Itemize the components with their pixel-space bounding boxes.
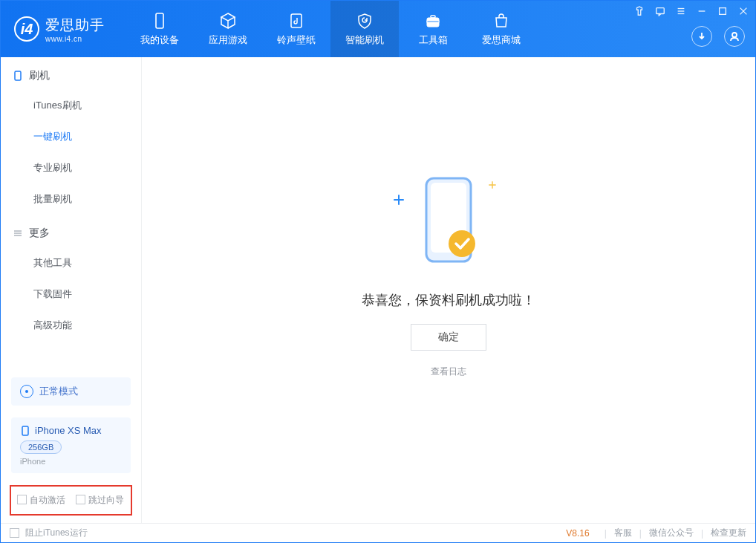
maximize-button[interactable] xyxy=(717,5,729,17)
svg-rect-0 xyxy=(156,13,163,28)
download-button[interactable] xyxy=(691,26,712,47)
tab-toolbox[interactable]: 工具箱 xyxy=(399,1,467,57)
feedback-icon[interactable] xyxy=(654,5,666,17)
confirm-button[interactable]: 确定 xyxy=(411,324,486,351)
nav-tabs: 我的设备 应用游戏 铃声壁纸 智能刷机 工具箱 xyxy=(126,1,535,57)
svg-rect-14 xyxy=(15,71,21,80)
svg-rect-3 xyxy=(431,16,435,18)
device-type: iPhone xyxy=(20,457,122,466)
checkbox-icon[interactable] xyxy=(76,495,85,504)
main-panel: 恭喜您，保资料刷机成功啦！ 确定 查看日志 xyxy=(142,57,755,523)
sidebar-item-itunes-flash[interactable]: iTunes刷机 xyxy=(1,90,141,121)
phone-small-icon xyxy=(20,426,30,436)
tab-apps[interactable]: 应用游戏 xyxy=(194,1,262,57)
svg-rect-18 xyxy=(22,426,28,435)
tab-label: 智能刷机 xyxy=(345,33,384,47)
music-note-icon xyxy=(287,11,306,30)
header-right-icons xyxy=(691,26,745,47)
cube-icon xyxy=(218,11,238,30)
sidebar-item-download-firmware[interactable]: 下载固件 xyxy=(1,279,141,310)
support-link[interactable]: 客服 xyxy=(614,527,632,539)
device-icon xyxy=(13,71,23,81)
menu-icon[interactable] xyxy=(675,5,687,17)
sidebar-item-pro-flash[interactable]: 专业刷机 xyxy=(1,152,141,183)
section-title-label: 刷机 xyxy=(29,69,50,82)
svg-point-21 xyxy=(449,230,475,257)
device-name: iPhone XS Max xyxy=(35,425,102,436)
wechat-link[interactable]: 微信公众号 xyxy=(649,527,694,539)
success-message: 恭喜您，保资料刷机成功啦！ xyxy=(362,291,535,309)
sparkle-icon xyxy=(394,195,404,205)
mode-label: 正常模式 xyxy=(39,385,78,398)
logo-icon: i4 xyxy=(14,16,39,42)
sidebar-section-more: 更多 xyxy=(1,215,141,247)
sidebar-item-batch-flash[interactable]: 批量刷机 xyxy=(1,183,141,215)
tab-ringtones[interactable]: 铃声壁纸 xyxy=(262,1,330,57)
version-label: V8.16 xyxy=(566,528,589,539)
tab-label: 爱思商城 xyxy=(482,33,521,47)
close-button[interactable] xyxy=(737,5,749,17)
tab-store[interactable]: 爱思商城 xyxy=(467,1,535,57)
svg-rect-5 xyxy=(656,8,665,14)
tab-flash[interactable]: 智能刷机 xyxy=(330,1,399,57)
view-log-link[interactable]: 查看日志 xyxy=(431,365,466,378)
svg-point-13 xyxy=(732,33,737,37)
sidebar-item-advanced[interactable]: 高级功能 xyxy=(1,310,141,341)
mode-indicator-icon xyxy=(20,385,33,398)
device-info-box[interactable]: iPhone XS Max 256GB iPhone xyxy=(11,417,131,473)
skip-guide-option[interactable]: 跳过向导 xyxy=(76,494,124,507)
toolbox-icon xyxy=(423,11,443,30)
sidebar-item-oneclick-flash[interactable]: 一键刷机 xyxy=(1,121,141,152)
options-highlight-box: 自动激活 跳过向导 xyxy=(10,485,132,516)
user-button[interactable] xyxy=(724,26,745,47)
store-icon xyxy=(492,11,511,30)
sidebar-item-other-tools[interactable]: 其他工具 xyxy=(1,247,141,279)
footer: 阻止iTunes运行 V8.16 | 客服 | 微信公众号 | 检查更新 xyxy=(1,523,755,542)
success-illustration xyxy=(404,172,493,276)
minimize-button[interactable] xyxy=(696,5,708,17)
app-url: www.i4.cn xyxy=(45,35,105,43)
checkbox-icon[interactable] xyxy=(17,495,27,504)
phone-icon xyxy=(150,11,169,30)
device-mode-box[interactable]: 正常模式 xyxy=(11,377,131,406)
tab-label: 铃声壁纸 xyxy=(277,33,316,47)
tab-label: 工具箱 xyxy=(419,33,448,47)
section-title-label: 更多 xyxy=(29,227,50,240)
tab-label: 应用游戏 xyxy=(209,33,247,47)
sidebar-section-flash: 刷机 xyxy=(1,57,141,90)
logo-area: i4 爱思助手 www.i4.cn xyxy=(1,16,118,43)
window-controls xyxy=(633,5,749,17)
block-itunes-label[interactable]: 阻止iTunes运行 xyxy=(25,527,88,539)
svg-rect-4 xyxy=(427,21,439,22)
app-header: i4 爱思助手 www.i4.cn 我的设备 应用游戏 铃声壁纸 xyxy=(1,1,755,57)
list-icon xyxy=(13,228,23,238)
sparkle-icon xyxy=(489,181,496,189)
app-title: 爱思助手 xyxy=(45,16,105,35)
skin-icon[interactable] xyxy=(633,5,645,17)
device-capacity: 256GB xyxy=(20,440,62,454)
svg-rect-10 xyxy=(720,8,726,15)
tab-label: 我的设备 xyxy=(140,33,179,47)
auto-activate-option[interactable]: 自动激活 xyxy=(17,494,65,507)
check-update-link[interactable]: 检查更新 xyxy=(711,527,746,539)
sidebar: 刷机 iTunes刷机 一键刷机 专业刷机 批量刷机 更多 其他工具 下载固件 … xyxy=(1,57,142,523)
shield-refresh-icon xyxy=(355,11,374,30)
tab-my-device[interactable]: 我的设备 xyxy=(126,1,194,57)
svg-rect-1 xyxy=(291,14,302,27)
checkbox-icon[interactable] xyxy=(10,528,19,538)
